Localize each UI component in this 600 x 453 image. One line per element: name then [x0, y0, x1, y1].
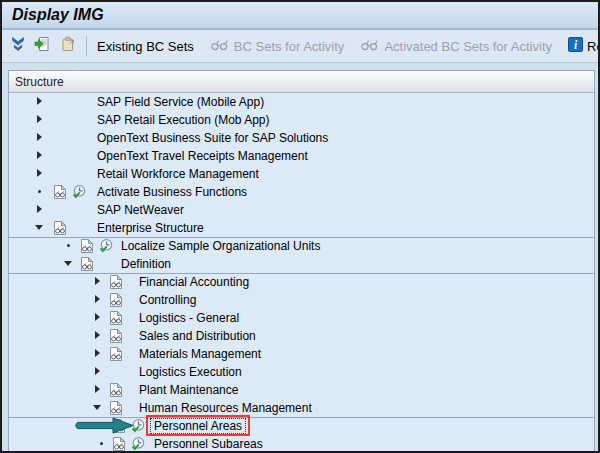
doc-glasses-icon — [109, 400, 125, 416]
tree-item-label[interactable]: Materials Management — [139, 345, 261, 363]
clipboard-icon — [60, 36, 76, 56]
tree-row[interactable]: Human Resources Management — [9, 399, 594, 417]
tree-item-label[interactable]: SAP Field Service (Mobile App) — [97, 93, 264, 111]
tree-item-label[interactable]: Personnel Subareas — [154, 435, 263, 451]
doc-glasses-icon — [53, 220, 69, 236]
activity-icon[interactable] — [71, 184, 87, 200]
info-icon: i — [568, 37, 583, 55]
tree-item-label[interactable]: Enterprise Structure — [97, 219, 204, 237]
activated-bc-sets-label: Activated BC Sets for Activity — [384, 39, 552, 54]
expand-arrow-icon[interactable] — [35, 151, 45, 161]
tree-item-label[interactable]: Retail Workforce Management — [97, 165, 259, 183]
toolbar-separator — [86, 36, 87, 56]
doc-glasses-icon — [109, 310, 125, 326]
tree-item-label[interactable]: Financial Accounting — [139, 273, 249, 291]
doc-glasses-icon — [80, 238, 96, 254]
release-notes-button[interactable]: i Release — [568, 37, 598, 55]
tree-row[interactable]: Personnel Areas — [9, 417, 594, 435]
position-button[interactable] — [34, 37, 52, 55]
expand-arrow-icon[interactable] — [35, 133, 45, 143]
annotation-highlight-box — [146, 415, 250, 436]
doc-glasses-icon — [53, 184, 69, 200]
tree-row[interactable]: Logistics Execution — [9, 363, 594, 381]
tree-item-label[interactable]: OpenText Business Suite for SAP Solution… — [97, 129, 328, 147]
bullet-icon — [35, 187, 45, 197]
tree-body[interactable]: SAP Field Service (Mobile App)SAP Retail… — [9, 93, 594, 451]
tree-row[interactable]: OpenText Travel Receipts Management — [9, 147, 594, 165]
tree-row[interactable]: SAP NetWeaver — [9, 201, 594, 219]
tree-item-label[interactable]: Logistics - General — [139, 309, 239, 327]
tree-item-label[interactable]: Localize Sample Organizational Units — [121, 237, 320, 255]
tree-column-header: Structure — [9, 71, 594, 93]
expand-arrow-icon[interactable] — [35, 205, 45, 215]
tree-row[interactable]: Activate Business Functions — [9, 183, 594, 201]
glasses-icon — [210, 38, 230, 54]
paste-button[interactable] — [60, 37, 76, 55]
existing-bc-sets-label: Existing BC Sets — [97, 39, 194, 54]
expand-collapse-button[interactable] — [10, 37, 26, 55]
tree-row[interactable]: SAP Field Service (Mobile App) — [9, 93, 594, 111]
expand-arrow-icon[interactable] — [35, 169, 45, 179]
doc-glasses-icon — [109, 274, 125, 290]
doc-glasses-icon — [112, 436, 128, 451]
tree-row[interactable]: Materials Management — [9, 345, 594, 363]
tree-row[interactable]: Localize Sample Organizational Units — [9, 237, 594, 255]
activity-icon[interactable] — [98, 238, 114, 254]
tree-item-label[interactable]: OpenText Travel Receipts Management — [97, 147, 308, 165]
expand-arrow-icon[interactable] — [93, 295, 103, 305]
tree-row[interactable]: Controlling — [9, 291, 594, 309]
document-arrow-icon — [34, 36, 52, 56]
tree-row[interactable]: Personnel Subareas — [9, 435, 594, 451]
sap-window: Display IMG — [0, 0, 600, 453]
tree-item-label[interactable]: SAP Retail Execution (Mob App) — [97, 111, 270, 129]
release-notes-label: Release — [587, 39, 598, 54]
tree-item-label[interactable]: Sales and Distribution — [139, 327, 256, 345]
window-titlebar: Display IMG — [2, 2, 598, 30]
tree-row[interactable]: Plant Maintenance — [9, 381, 594, 399]
doc-glasses-icon — [109, 382, 125, 398]
tree-row[interactable]: Financial Accounting — [9, 273, 594, 291]
tree-item-label[interactable]: Definition — [121, 255, 171, 273]
existing-bc-sets-button[interactable]: Existing BC Sets — [97, 39, 194, 54]
expand-arrow-icon[interactable] — [93, 331, 103, 341]
collapse-arrow-icon[interactable] — [64, 259, 74, 269]
tree-item-label[interactable]: Logistics Execution — [139, 363, 242, 381]
doc-glasses-icon — [109, 346, 125, 362]
expand-arrow-icon[interactable] — [93, 385, 103, 395]
tree-row[interactable]: Sales and Distribution — [9, 327, 594, 345]
img-structure-tree: Structure SAP Field Service (Mobile App)… — [8, 70, 595, 451]
glasses-icon — [360, 38, 380, 54]
tree-item-label[interactable]: Plant Maintenance — [139, 381, 238, 399]
tree-row[interactable]: Definition — [9, 255, 594, 273]
expand-arrow-icon[interactable] — [35, 115, 45, 125]
double-chevron-down-icon — [10, 36, 26, 56]
doc-glasses-icon — [109, 292, 125, 308]
tree-row[interactable]: SAP Retail Execution (Mob App) — [9, 111, 594, 129]
expand-arrow-icon[interactable] — [35, 97, 45, 107]
expand-arrow-icon[interactable] — [93, 277, 103, 287]
activated-bc-sets-button[interactable]: Activated BC Sets for Activity — [360, 38, 552, 54]
activity-icon[interactable] — [130, 436, 146, 451]
tree-item-label[interactable]: Activate Business Functions — [97, 183, 247, 201]
bullet-icon — [97, 439, 107, 449]
tree-row[interactable]: OpenText Business Suite for SAP Solution… — [9, 129, 594, 147]
collapse-arrow-icon[interactable] — [93, 403, 103, 413]
bc-sets-for-activity-label: BC Sets for Activity — [234, 39, 345, 54]
bc-sets-for-activity-button[interactable]: BC Sets for Activity — [210, 38, 345, 54]
tree-row[interactable]: Retail Workforce Management — [9, 165, 594, 183]
tree-item-label[interactable]: SAP NetWeaver — [97, 201, 184, 219]
tree-row[interactable]: Logistics - General — [9, 309, 594, 327]
subtree-separator-line — [9, 273, 594, 274]
collapse-arrow-icon[interactable] — [35, 223, 45, 233]
application-toolbar: Existing BC Sets BC Sets for Activity — [2, 30, 598, 63]
doc-glasses-icon — [80, 256, 96, 272]
expand-arrow-icon[interactable] — [93, 313, 103, 323]
expand-arrow-icon[interactable] — [93, 349, 103, 359]
page-title: Display IMG — [12, 6, 104, 24]
expand-arrow-icon[interactable] — [93, 367, 103, 377]
tree-item-label[interactable]: Controlling — [139, 291, 196, 309]
tree-header-label: Structure — [15, 75, 64, 89]
tree-row[interactable]: Enterprise Structure — [9, 219, 594, 237]
annotation-arrow — [73, 417, 135, 434]
doc-glasses-icon — [109, 328, 125, 344]
